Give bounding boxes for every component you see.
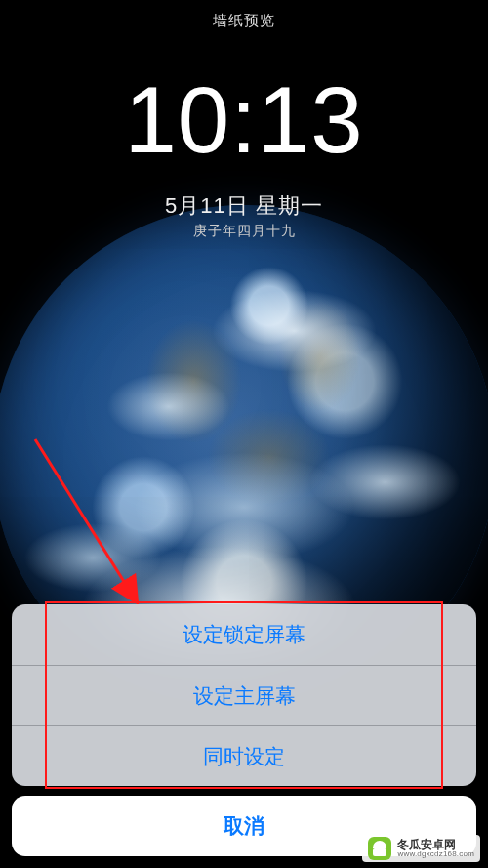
set-both-button[interactable]: 同时设定	[12, 725, 476, 786]
watermark: 冬瓜安卓网 www.dgxcdz168.com	[362, 835, 480, 862]
set-lock-screen-button[interactable]: 设定锁定屏幕	[12, 604, 476, 665]
watermark-logo-icon	[368, 837, 391, 860]
cancel-label: 取消	[224, 812, 264, 840]
lockscreen-lunar-date: 庚子年四月十九	[0, 223, 488, 240]
action-sheet: 设定锁定屏幕 设定主屏幕 同时设定 取消	[12, 604, 476, 856]
watermark-text: 冬瓜安卓网 www.dgxcdz168.com	[397, 839, 474, 858]
action-label: 同时设定	[203, 743, 285, 770]
action-label: 设定主屏幕	[193, 682, 296, 710]
page-title: 墙纸预览	[0, 12, 488, 30]
action-sheet-group: 设定锁定屏幕 设定主屏幕 同时设定	[12, 604, 476, 786]
action-label: 设定锁定屏幕	[183, 621, 305, 648]
wallpaper-preview-screen: 墙纸预览 10:13 5月11日 星期一 庚子年四月十九 设定锁定屏幕 设定主屏…	[0, 0, 488, 868]
lockscreen-time: 10:13	[0, 66, 488, 174]
set-home-screen-button[interactable]: 设定主屏幕	[12, 665, 476, 725]
lockscreen-date: 5月11日 星期一	[0, 191, 488, 221]
watermark-url: www.dgxcdz168.com	[397, 850, 474, 858]
